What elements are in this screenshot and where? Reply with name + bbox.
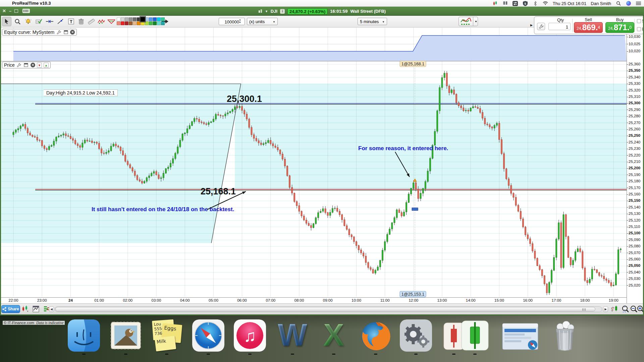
delete-tool[interactable]: [76, 17, 86, 26]
horizontal-scrollbar[interactable]: [55, 306, 602, 312]
bluetooth-icon[interactable]: [533, 1, 538, 6]
color-swatch[interactable]: [125, 17, 128, 21]
dropbox-icon[interactable]: [502, 1, 508, 6]
dock-stickies[interactable]: Lou555-7361 Eggs Milk: [151, 319, 183, 352]
spotlight-search-icon[interactable]: [615, 1, 621, 6]
price-axis-label: 25,220: [629, 153, 640, 157]
equity-close-icon[interactable]: ✕: [70, 30, 75, 35]
sell-button[interactable]: 24,869.4: [574, 22, 603, 33]
chart-canvas[interactable]: 25,300.125,168.1It still hasn't entered …: [0, 27, 627, 303]
color-swatch[interactable]: [149, 17, 153, 21]
dock-itunes[interactable]: ♫: [234, 319, 266, 352]
color-swatch[interactable]: [157, 21, 161, 25]
dock-firefox[interactable]: [360, 319, 392, 352]
scroll-right-button[interactable]: ▶: [603, 306, 608, 312]
color-swatch[interactable]: [117, 21, 120, 25]
zigzag-pattern-tool[interactable]: [97, 17, 106, 26]
dock-trash[interactable]: [549, 319, 581, 352]
symbol-name[interactable]: DJI: [271, 9, 277, 14]
chart-config-button[interactable]: [611, 305, 619, 313]
units-select[interactable]: (x) units▼: [247, 18, 278, 25]
time-axis[interactable]: 22:0023:002401:0002:0003:0004:0005:0006:…: [0, 297, 627, 303]
horizontal-line-tool[interactable]: [45, 17, 54, 26]
stop-checkbox[interactable]: [637, 19, 641, 23]
color-swatch[interactable]: [121, 17, 124, 21]
app-menu-title[interactable]: ProRealTime v10.3: [12, 1, 51, 6]
quantity-stepper[interactable]: ▲▼: [239, 18, 241, 24]
color-swatch[interactable]: [145, 17, 149, 21]
color-swatch[interactable]: [141, 21, 145, 25]
order-qty-input[interactable]: [548, 23, 571, 30]
chart-style-button[interactable]: [21, 305, 29, 313]
color-swatch[interactable]: [153, 21, 157, 25]
chart-area[interactable]: 25,300.125,168.1It still hasn't entered …: [0, 27, 627, 303]
wifi-icon[interactable]: [543, 1, 548, 6]
trade-panel-collapse-arrow[interactable]: ▶: [530, 23, 533, 27]
color-swatch[interactable]: [153, 17, 157, 21]
color-swatch[interactable]: [117, 17, 120, 21]
chart-window-button[interactable]: [32, 305, 40, 313]
timeframe-select[interactable]: 5 minutes▼: [358, 18, 387, 25]
swap-arrows-icon[interactable]: [513, 1, 518, 6]
dock-prt-green-chart[interactable]: [459, 319, 491, 352]
zoom-tool[interactable]: [13, 17, 22, 26]
zoom-out-button[interactable]: [630, 305, 637, 313]
dock-minimized-window[interactable]: [502, 323, 539, 352]
dock-mail[interactable]: [110, 319, 142, 352]
price-axis-label: 25,110: [629, 225, 640, 229]
equity-settings-wrench-icon[interactable]: [56, 30, 61, 35]
color-swatch[interactable]: [149, 21, 153, 25]
color-swatch[interactable]: [145, 21, 149, 25]
dock-finder[interactable]: [68, 319, 100, 352]
trendline-tool[interactable]: [56, 17, 65, 26]
pointer-tool[interactable]: [2, 17, 11, 26]
channel-pattern-tool[interactable]: [107, 17, 116, 26]
siri-icon[interactable]: [626, 1, 631, 6]
price-axis[interactable]: 10,03010,02510,02025,36025,35025,34025,3…: [627, 27, 643, 303]
sell-order-arrow-icon[interactable]: ▼: [37, 63, 42, 68]
share-button[interactable]: Share: [1, 305, 20, 313]
color-swatch[interactable]: [121, 21, 124, 25]
trade-settings-button[interactable]: [537, 23, 545, 30]
backtest-check-tool[interactable]: [34, 17, 44, 26]
dock-word[interactable]: W: [276, 319, 309, 352]
color-swatch[interactable]: [125, 21, 128, 25]
color-swatch[interactable]: [161, 21, 165, 25]
price-axis-label: 25,340: [629, 75, 640, 79]
dock-system-preferences[interactable]: [400, 319, 432, 352]
color-swatch[interactable]: [137, 17, 141, 21]
price-settings-wrench-icon[interactable]: [16, 63, 22, 68]
color-swatch[interactable]: [161, 17, 165, 21]
indicators-button[interactable]: ▼: [459, 17, 478, 26]
color-swatch[interactable]: [129, 17, 132, 21]
color-swatch[interactable]: [133, 21, 137, 25]
buy-order-arrow-icon[interactable]: ▲: [44, 63, 49, 68]
measure-ruler-tool[interactable]: [87, 17, 96, 26]
zoom-fit-button[interactable]: [621, 305, 629, 313]
dock-safari[interactable]: [192, 319, 224, 352]
buy-button[interactable]: 24,871.0: [605, 22, 634, 33]
color-swatch[interactable]: [129, 21, 132, 25]
color-palette: [117, 17, 165, 25]
alert-bell-tool[interactable]: [23, 17, 33, 26]
menu-clock[interactable]: Thu 25 Oct 16:01: [553, 1, 586, 6]
color-swatch[interactable]: [137, 21, 141, 25]
scroll-left-button[interactable]: ◀: [49, 306, 54, 312]
price-close-icon[interactable]: ✕: [31, 63, 35, 67]
menu-user[interactable]: Dan Smith: [591, 1, 611, 6]
color-swatch[interactable]: [141, 17, 145, 22]
indicators-dropdown-arrow[interactable]: ▼: [475, 20, 477, 23]
color-swatch[interactable]: [157, 17, 161, 21]
candlestick-status-icon[interactable]: [492, 1, 498, 6]
dock-excel[interactable]: X: [318, 319, 350, 352]
info-icon[interactable]: i: [280, 9, 285, 14]
notification-list-icon[interactable]: [636, 1, 641, 6]
limit-checkbox[interactable]: [637, 27, 641, 31]
text-tool[interactable]: T: [66, 17, 76, 26]
shield-5-icon[interactable]: 5: [523, 1, 528, 6]
symbol-dropdown-arrow[interactable]: ▼: [265, 10, 268, 13]
price-window-icon[interactable]: [23, 63, 29, 68]
color-swatch[interactable]: [133, 17, 137, 21]
equity-window-icon[interactable]: [63, 30, 68, 35]
scrollbar-thumb[interactable]: [55, 307, 595, 311]
